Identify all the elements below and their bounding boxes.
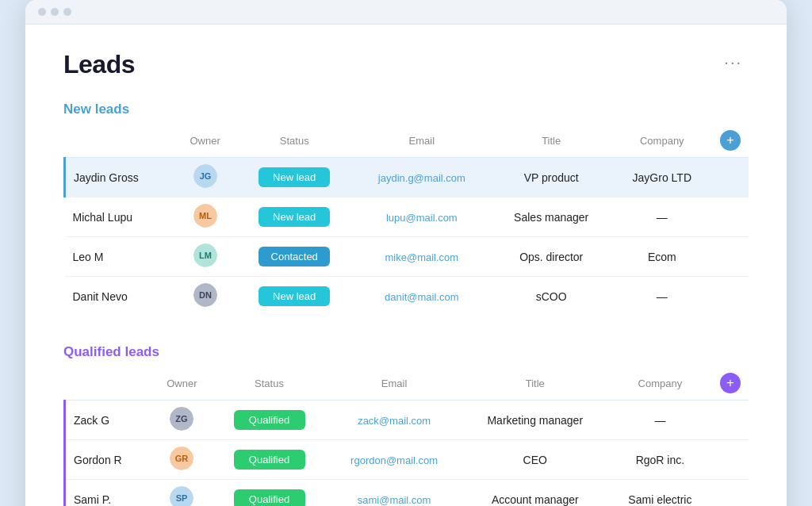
lead-email[interactable]: lupu@mail.com (353, 197, 491, 237)
avatar: JG (193, 164, 217, 188)
status-badge[interactable]: New lead (259, 207, 330, 227)
lead-owner: LM (174, 237, 236, 277)
table-row[interactable]: Zack G ZG Qualified zack@mail.com Market… (65, 401, 749, 440)
new-leads-tbody: Jaydin Gross JG New lead jaydin.g@mail.c… (65, 158, 749, 316)
new-leads-header-row: Owner Status Email Title Company + (65, 125, 749, 158)
col-company: Company (608, 368, 712, 401)
lead-owner: DN (174, 277, 236, 316)
col-email: Email (327, 368, 462, 401)
table-row[interactable]: Danit Nevo DN New lead danit@mail.com sC… (65, 277, 749, 316)
table-row[interactable]: Gordon R GR Qualified rgordon@mail.com C… (65, 440, 749, 480)
status-badge[interactable]: New lead (259, 167, 330, 187)
lead-title: Sales manager (491, 197, 612, 237)
browser-dot-3 (63, 8, 71, 16)
svg-text:LM: LM (199, 251, 212, 260)
col-title: Title (491, 125, 612, 158)
lead-title: sCOO (491, 277, 612, 316)
lead-email[interactable]: danit@mail.com (353, 277, 491, 316)
lead-status[interactable]: New lead (236, 158, 353, 197)
email-link[interactable]: mike@mail.com (385, 251, 458, 263)
lead-name: Zack G (65, 401, 152, 440)
lead-status[interactable]: Contacted (236, 237, 353, 277)
lead-company: JayGro LTD (612, 158, 712, 197)
lead-owner: SP (151, 480, 212, 507)
email-link[interactable]: rgordon@mail.com (350, 454, 438, 466)
avatar: ML (193, 204, 217, 228)
avatar: DN (193, 283, 217, 307)
qualified-leads-header-row: Owner Status Email Title Company + (65, 368, 749, 401)
email-link[interactable]: lupu@mail.com (386, 212, 458, 224)
lead-row-add (712, 277, 749, 316)
status-badge[interactable]: Qualified (234, 410, 305, 430)
email-link[interactable]: danit@mail.com (385, 291, 458, 303)
table-row[interactable]: Sami P. SP Qualified sami@mail.com Accou… (65, 480, 749, 507)
lead-row-add (712, 401, 749, 440)
app-content: Leads ··· New leads Owner Status Email T… (25, 25, 787, 506)
status-badge[interactable]: Qualified (234, 489, 305, 506)
qualified-leads-title: Qualified leads (63, 344, 749, 360)
qualified-leads-section: Qualified leads Owner Status Email Title… (63, 344, 749, 506)
more-menu-button[interactable]: ··· (718, 50, 749, 75)
lead-name: Michal Lupu (65, 197, 174, 237)
email-link[interactable]: sami@mail.com (358, 494, 431, 506)
lead-status[interactable]: New lead (236, 197, 353, 237)
lead-status[interactable]: Qualified (213, 440, 327, 480)
lead-status[interactable]: Qualified (213, 401, 327, 440)
col-email: Email (353, 125, 491, 158)
browser-dot-2 (51, 8, 59, 16)
lead-owner: GR (151, 440, 212, 480)
lead-company: RgoR inc. (608, 440, 712, 480)
avatar: LM (193, 243, 217, 267)
lead-company: — (608, 401, 712, 440)
lead-name: Sami P. (65, 480, 152, 507)
lead-name: Jaydin Gross (65, 158, 174, 197)
col-status: Status (213, 368, 327, 401)
lead-title: Marketing manager (462, 401, 608, 440)
lead-status[interactable]: Qualified (213, 480, 327, 507)
avatar: SP (170, 486, 193, 506)
lead-title: Ops. director (491, 237, 612, 277)
lead-owner: ML (174, 197, 236, 237)
table-row[interactable]: Jaydin Gross JG New lead jaydin.g@mail.c… (65, 158, 749, 197)
svg-text:ML: ML (199, 211, 212, 220)
page-title: Leads (63, 50, 135, 79)
svg-text:SP: SP (176, 493, 188, 503)
table-row[interactable]: Michal Lupu ML New lead lupu@mail.com Sa… (65, 197, 749, 237)
email-link[interactable]: jaydin.g@mail.com (378, 172, 465, 184)
lead-title: VP product (491, 158, 612, 197)
add-qualified-lead-button[interactable]: + (720, 373, 741, 393)
qualified-leads-tbody: Zack G ZG Qualified zack@mail.com Market… (65, 401, 749, 507)
lead-row-add (712, 158, 749, 197)
lead-company: Sami electric (608, 480, 712, 507)
add-new-lead-button[interactable]: + (720, 130, 741, 151)
new-leads-section: New leads Owner Status Email Title Compa… (63, 102, 749, 316)
lead-email[interactable]: jaydin.g@mail.com (353, 158, 491, 197)
lead-name: Danit Nevo (65, 277, 174, 316)
email-link[interactable]: zack@mail.com (358, 415, 431, 427)
lead-owner: JG (174, 158, 236, 197)
lead-title: Account manager (462, 480, 608, 507)
lead-owner: ZG (151, 401, 212, 440)
table-row[interactable]: Leo M LM Contacted mike@mail.com Ops. di… (65, 237, 749, 277)
col-add-qualified: + (712, 368, 749, 401)
lead-status[interactable]: New lead (236, 277, 353, 316)
new-leads-title: New leads (63, 102, 749, 117)
lead-row-add (712, 237, 749, 277)
lead-name: Gordon R (65, 440, 152, 480)
col-status: Status (236, 125, 353, 158)
lead-email[interactable]: sami@mail.com (327, 480, 462, 507)
svg-text:ZG: ZG (176, 414, 188, 424)
lead-email[interactable]: mike@mail.com (353, 237, 491, 277)
status-badge[interactable]: Qualified (234, 450, 305, 470)
lead-email[interactable]: rgordon@mail.com (327, 440, 462, 480)
lead-email[interactable]: zack@mail.com (327, 401, 462, 440)
status-badge[interactable]: Contacted (259, 247, 330, 266)
lead-company: — (612, 277, 712, 316)
browser-dot-1 (38, 8, 46, 16)
svg-text:GR: GR (175, 454, 189, 463)
avatar: GR (170, 447, 193, 470)
lead-company: — (612, 197, 712, 237)
col-company: Company (612, 125, 712, 158)
status-badge[interactable]: New lead (259, 286, 330, 306)
col-name (65, 125, 174, 158)
